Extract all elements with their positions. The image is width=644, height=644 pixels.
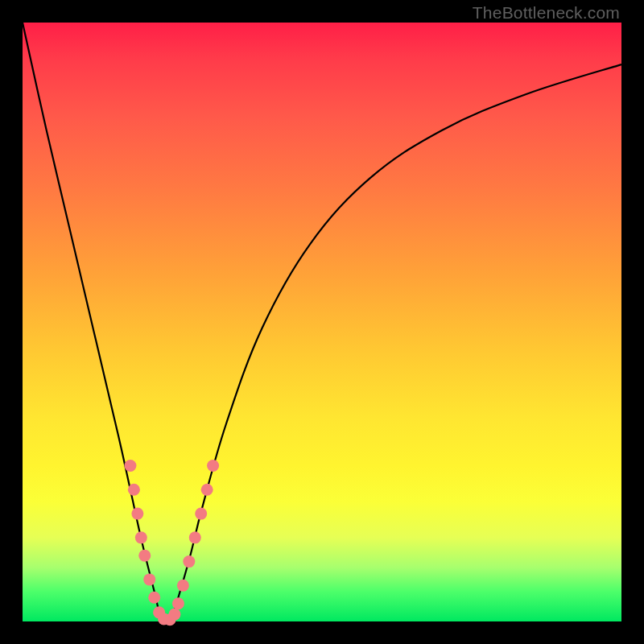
highlight-dot [128,484,140,496]
bottleneck-curve [23,23,621,621]
highlight-dot [201,484,213,496]
plot-area [23,23,621,621]
highlight-dot [135,531,147,543]
highlight-dot [177,580,189,592]
highlight-dots-group [124,460,219,625]
highlight-dot [131,508,143,520]
highlight-dot [138,550,151,562]
highlight-dot [195,508,207,520]
highlight-dot [168,609,180,621]
watermark-text: TheBottleneck.com [473,3,620,23]
highlight-dot [124,460,136,472]
highlight-dot [172,597,184,609]
chart-svg [23,23,621,621]
highlight-dot [183,555,195,568]
highlight-dot [148,592,160,604]
chart-frame: TheBottleneck.com [0,0,644,644]
highlight-dot [189,531,201,543]
highlight-dot [207,460,219,472]
highlight-dot [143,573,155,585]
